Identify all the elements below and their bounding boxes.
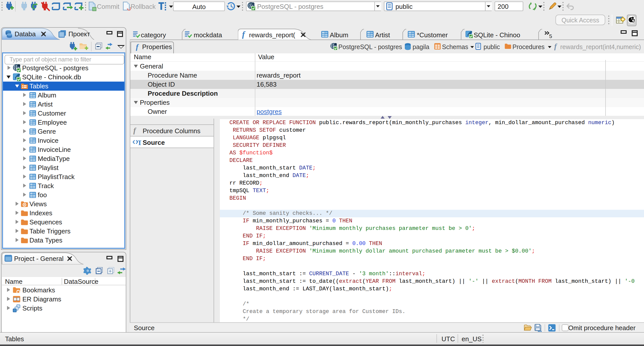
svg-text:T: T [137, 139, 141, 146]
svg-text:f: f [133, 126, 137, 134]
svg-text:f: f [136, 43, 139, 51]
svg-text:f: f [242, 30, 246, 39]
svg-text:f: f [554, 42, 557, 50]
svg-text:5: 5 [549, 33, 552, 39]
